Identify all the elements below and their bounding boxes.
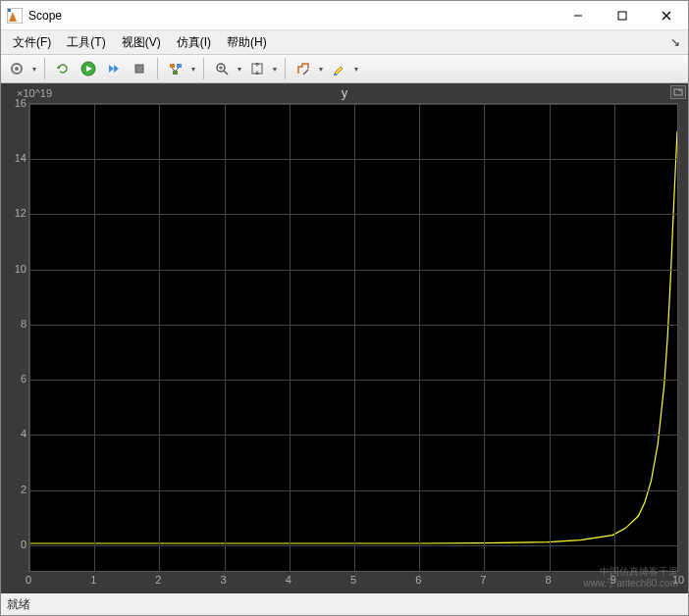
configure-button[interactable] — [5, 57, 28, 80]
plot-area: y ×10^19 中国仿真博客千里 www.于aritech80.com 012… — [1, 83, 688, 593]
series-line — [29, 131, 677, 543]
x-tick-label: 2 — [155, 574, 161, 586]
svg-line-14 — [176, 68, 179, 71]
y-tick-label: 6 — [21, 373, 26, 385]
y-tick-label: 2 — [21, 484, 26, 495]
autoscale-button[interactable] — [245, 57, 269, 80]
x-tick-label: 9 — [610, 574, 616, 586]
plot-title: y — [1, 85, 688, 100]
y-tick-label: 0 — [21, 539, 26, 550]
toolbar: ▼ ▼ ▼ ▼ ▼ ▼ — [1, 54, 688, 83]
y-tick-label: 8 — [21, 318, 26, 330]
x-tick-label: 8 — [546, 574, 552, 586]
app-icon — [7, 8, 23, 24]
x-tick-label: 5 — [350, 574, 356, 586]
svg-rect-12 — [173, 71, 178, 75]
restart-button[interactable] — [51, 57, 75, 80]
y-tick-label: 16 — [15, 97, 26, 109]
svg-line-16 — [224, 71, 228, 75]
menu-simulation[interactable]: 仿真(I) — [169, 31, 219, 54]
titlebar: Scope — [1, 1, 688, 30]
x-tick-label: 6 — [415, 574, 421, 586]
menu-tools[interactable]: 工具(T) — [59, 31, 113, 54]
zoom-dropdown-icon[interactable]: ▼ — [236, 66, 243, 73]
svg-rect-10 — [170, 64, 175, 68]
autoscale-dropdown-icon[interactable]: ▼ — [271, 66, 279, 73]
svg-point-7 — [15, 67, 19, 71]
x-tick-label: 4 — [286, 574, 292, 586]
plot-frame[interactable] — [28, 103, 678, 572]
x-tick-label: 10 — [672, 574, 684, 586]
maximize-button[interactable] — [600, 1, 644, 30]
measurements-dropdown-icon[interactable]: ▼ — [317, 66, 325, 73]
statusbar: 就绪 — [1, 593, 688, 615]
configure-dropdown-icon[interactable]: ▼ — [30, 66, 38, 73]
run-button[interactable] — [77, 57, 100, 80]
svg-rect-9 — [135, 65, 143, 73]
svg-rect-11 — [177, 64, 182, 68]
x-tick-label: 7 — [480, 574, 486, 586]
menu-file[interactable]: 文件(F) — [5, 31, 59, 54]
x-tick-label: 0 — [26, 574, 31, 586]
status-text: 就绪 — [7, 596, 30, 613]
measurements-button[interactable] — [292, 57, 315, 80]
svg-rect-3 — [618, 12, 626, 20]
minimize-button[interactable] — [556, 1, 600, 30]
x-tick-label: 1 — [90, 574, 96, 586]
menubar: 文件(F) 工具(T) 视图(V) 仿真(I) 帮助(H) ↘ — [1, 30, 688, 54]
zoom-button[interactable] — [210, 57, 234, 80]
signal-selector-button[interactable] — [164, 57, 187, 80]
signal-dropdown-icon[interactable]: ▼ — [189, 66, 197, 73]
highlight-button[interactable] — [327, 57, 350, 80]
x-tick-label: 3 — [221, 574, 227, 586]
svg-line-13 — [172, 68, 175, 71]
highlight-dropdown-icon[interactable]: ▼ — [352, 66, 360, 73]
close-button[interactable] — [644, 1, 688, 30]
svg-rect-1 — [8, 9, 11, 12]
menu-overflow-icon[interactable]: ↘ — [670, 35, 680, 49]
y-tick-label: 14 — [15, 152, 26, 164]
y-tick-label: 12 — [15, 207, 26, 219]
y-tick-label: 10 — [15, 263, 26, 275]
window-title: Scope — [28, 9, 556, 23]
menu-help[interactable]: 帮助(H) — [219, 31, 275, 54]
legend-toggle-icon[interactable] — [670, 85, 686, 99]
y-tick-label: 4 — [21, 428, 26, 439]
stop-button[interactable] — [128, 57, 151, 80]
step-forward-button[interactable] — [102, 57, 126, 80]
svg-rect-23 — [674, 89, 682, 95]
menu-view[interactable]: 视图(V) — [114, 31, 169, 54]
